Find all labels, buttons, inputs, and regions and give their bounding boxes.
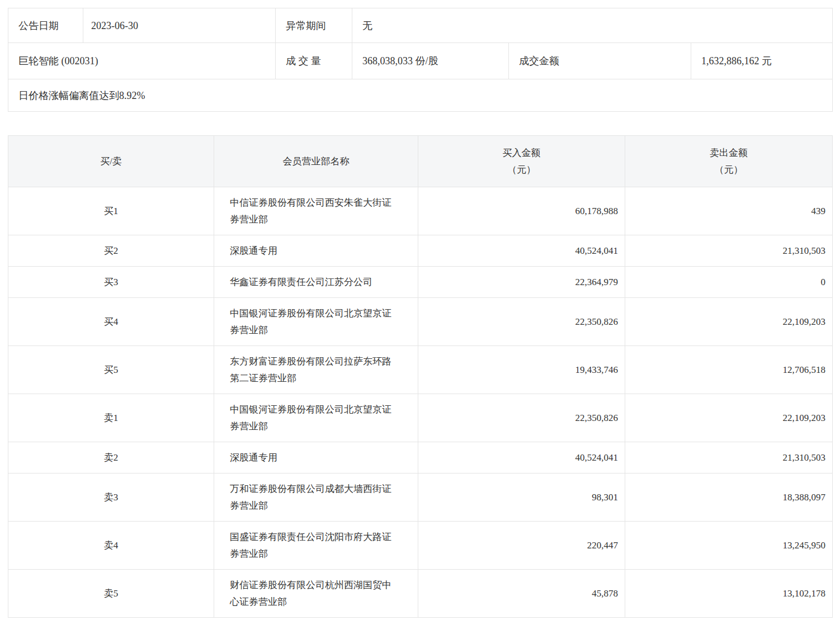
broker-name-cell: 国盛证券有限责任公司沈阳市府大路证券营业部 (214, 522, 418, 570)
abnormal-reason-text: 日价格涨幅偏离值达到8.92% (8, 79, 833, 112)
buy-amount-cell: 40,524,041 (418, 235, 625, 267)
sell-amount-cell: 439 (625, 187, 833, 235)
col-header-buy-line1: 买入金额 (418, 145, 625, 162)
table-row: 卖5 财信证券股份有限公司杭州西湖国贸中心证券营业部 45,878 13,102… (8, 570, 833, 618)
side-cell: 卖1 (8, 394, 214, 442)
col-header-side: 买/卖 (8, 136, 214, 187)
broker-name-cell: 深股通专用 (214, 442, 418, 474)
broker-name-cell: 中国银河证券股份有限公司北京望京证券营业部 (214, 394, 418, 442)
table-row: 买5 东方财富证券股份有限公司拉萨东环路第二证券营业部 19,433,746 1… (8, 346, 833, 394)
broker-rankings-table: 买/卖 会员营业部名称 买入金额（元） 卖出金额（元） 买1 中信证券股份有限公… (8, 135, 833, 618)
announcement-page: 公告日期 2023-06-30 异常期间 无 巨轮智能 (002031) 成 交… (0, 0, 840, 625)
col-header-sell-line2: （元） (625, 162, 832, 178)
table-row: 买1 中信证券股份有限公司西安朱雀大街证券营业部 60,178,988 439 (8, 187, 833, 235)
buy-amount-cell: 220,447 (418, 522, 625, 570)
side-cell: 卖5 (8, 570, 214, 618)
table-row: 卖3 万和证券股份有限公司成都大墙西街证券营业部 98,301 18,388,0… (8, 474, 833, 522)
summary-info-table: 公告日期 2023-06-30 异常期间 无 巨轮智能 (002031) 成 交… (8, 8, 833, 112)
stock-title: 巨轮智能 (002031) (8, 43, 276, 79)
table-row: 买3 华鑫证券有限责任公司江苏分公司 22,364,979 0 (8, 267, 833, 298)
volume-value: 368,038,033 份/股 (352, 43, 509, 79)
col-header-sell-line1: 卖出金额 (625, 145, 832, 162)
side-cell: 买2 (8, 235, 214, 267)
sell-amount-cell: 13,245,950 (625, 522, 833, 570)
col-header-sell-amount: 卖出金额（元） (625, 136, 833, 187)
broker-name-cell: 万和证券股份有限公司成都大墙西街证券营业部 (214, 474, 418, 522)
announce-date-label: 公告日期 (8, 8, 83, 43)
table-row: 卖2 深股通专用 40,524,041 21,310,503 (8, 442, 833, 474)
side-cell: 买3 (8, 267, 214, 298)
buy-amount-cell: 22,350,826 (418, 298, 625, 346)
buy-amount-cell: 40,524,041 (418, 442, 625, 474)
side-cell: 卖4 (8, 522, 214, 570)
volume-label: 成 交 量 (276, 43, 352, 79)
col-header-buy-amount: 买入金额（元） (418, 136, 625, 187)
broker-name-cell: 华鑫证券有限责任公司江苏分公司 (214, 267, 418, 298)
table-row: 买4 中国银河证券股份有限公司北京望京证券营业部 22,350,826 22,1… (8, 298, 833, 346)
broker-name-cell: 中国银河证券股份有限公司北京望京证券营业部 (214, 298, 418, 346)
broker-name-cell: 中信证券股份有限公司西安朱雀大街证券营业部 (214, 187, 418, 235)
sell-amount-cell: 0 (625, 267, 833, 298)
side-cell: 买4 (8, 298, 214, 346)
buy-amount-cell: 98,301 (418, 474, 625, 522)
buy-amount-cell: 60,178,988 (418, 187, 625, 235)
table-row: 卖1 中国银河证券股份有限公司北京望京证券营业部 22,350,826 22,1… (8, 394, 833, 442)
side-cell: 买5 (8, 346, 214, 394)
table-header-row: 买/卖 会员营业部名称 买入金额（元） 卖出金额（元） (8, 136, 833, 187)
broker-name-cell: 深股通专用 (214, 235, 418, 267)
broker-name-cell: 财信证券股份有限公司杭州西湖国贸中心证券营业部 (214, 570, 418, 618)
col-header-buy-line2: （元） (418, 162, 625, 178)
buy-amount-cell: 22,350,826 (418, 394, 625, 442)
side-cell: 卖2 (8, 442, 214, 474)
sell-amount-cell: 18,388,097 (625, 474, 833, 522)
turnover-value: 1,632,886,162 元 (691, 43, 833, 79)
announce-date-value: 2023-06-30 (83, 8, 276, 43)
abnormal-period-label: 异常期间 (276, 8, 352, 43)
sell-amount-cell: 21,310,503 (625, 235, 833, 267)
turnover-label: 成交金额 (509, 43, 691, 79)
broker-name-cell: 东方财富证券股份有限公司拉萨东环路第二证券营业部 (214, 346, 418, 394)
sell-amount-cell: 21,310,503 (625, 442, 833, 474)
buy-amount-cell: 22,364,979 (418, 267, 625, 298)
sell-amount-cell: 22,109,203 (625, 394, 833, 442)
table-row: 卖4 国盛证券有限责任公司沈阳市府大路证券营业部 220,447 13,245,… (8, 522, 833, 570)
abnormal-period-value: 无 (352, 8, 833, 43)
sell-amount-cell: 22,109,203 (625, 298, 833, 346)
side-cell: 卖3 (8, 474, 214, 522)
buy-amount-cell: 45,878 (418, 570, 625, 618)
spacer (8, 112, 832, 135)
buy-amount-cell: 19,433,746 (418, 346, 625, 394)
col-header-broker-name: 会员营业部名称 (214, 136, 418, 187)
side-cell: 买1 (8, 187, 214, 235)
sell-amount-cell: 12,706,518 (625, 346, 833, 394)
sell-amount-cell: 13,102,178 (625, 570, 833, 618)
table-row: 买2 深股通专用 40,524,041 21,310,503 (8, 235, 833, 267)
